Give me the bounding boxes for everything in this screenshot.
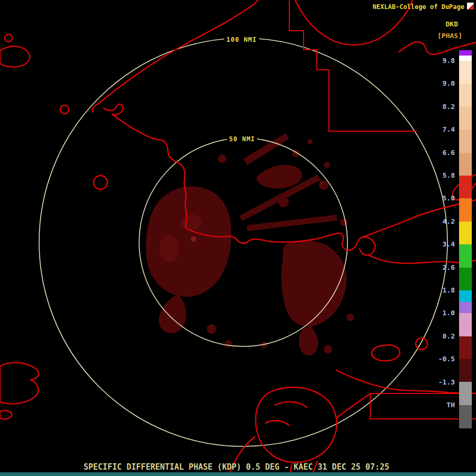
echo-blob: [299, 326, 318, 355]
island-outline: [0, 363, 39, 404]
echo-patch: [181, 214, 202, 230]
cod-logo-icon: [467, 3, 474, 10]
colorbar-stop: [459, 61, 472, 84]
echo-blob: [146, 186, 232, 297]
island-outline: [0, 410, 12, 419]
lake-outline: [416, 338, 427, 350]
echo-blob: [281, 240, 347, 326]
echo-speck: [324, 345, 332, 353]
nexlab-title: NEXLAB-College of DuPage: [373, 3, 464, 11]
colorbar-stop: [459, 382, 472, 405]
echo-speck: [278, 197, 289, 207]
lake-outline: [5, 34, 12, 42]
colorbar-stop: [459, 405, 472, 428]
island-outline: [0, 46, 30, 67]
colorbar-stop: [459, 290, 472, 302]
coastline-path: [104, 104, 123, 115]
echo-speck: [225, 340, 232, 347]
island-outline: [372, 345, 400, 361]
range-ring-label-50nmi: 50 NMI: [227, 135, 257, 143]
coastline-path: [336, 370, 476, 393]
colorbar-stop: [459, 176, 472, 198]
radar-display: 100 NMI 50 NMI NEXLAB-College of DuPage …: [0, 0, 476, 476]
echo-speck: [307, 139, 313, 144]
colorbar-stop: [459, 84, 472, 106]
radar-map: [0, 0, 476, 476]
colorbar-stop: [459, 198, 472, 221]
echo-layer: [146, 133, 354, 355]
colorbar-stop: [459, 302, 472, 314]
product-caption: SPECIFIC DIFFERENTIAL PHASE (KDP) 0.5 DE…: [84, 462, 389, 472]
colorbar-stop: [459, 107, 472, 130]
echo-speck: [324, 162, 330, 168]
echo-speck: [319, 180, 328, 190]
colorbar-stop: [459, 56, 472, 61]
echo-patch: [257, 165, 302, 189]
product-code: DKD: [446, 20, 458, 28]
boundary-layer: [289, 0, 476, 419]
boundary-path: [289, 0, 417, 131]
colorbar-stop: [459, 222, 472, 244]
coastline-layer: [0, 0, 476, 476]
range-ring-100nmi: [39, 38, 447, 446]
colorbar-stop: [459, 244, 472, 267]
echo-streak: [246, 215, 337, 231]
echo-blob: [159, 296, 187, 333]
range-ring-label-100nmi: 100 NMI: [224, 35, 259, 44]
coastline-path: [98, 0, 258, 104]
colorbar-stop: [459, 268, 472, 290]
product-units: [PHAS]: [437, 32, 462, 40]
coastline-path: [93, 104, 98, 112]
echo-speck: [218, 154, 226, 163]
echo-speck: [346, 314, 354, 321]
delta-detail: [266, 402, 307, 425]
colorbar: [459, 50, 472, 428]
colorbar-stop: [459, 153, 472, 176]
echo-patch: [160, 235, 179, 262]
echo-hotspot: [191, 236, 196, 242]
colorbar-stop: [459, 313, 472, 336]
colorbar-stop: [459, 130, 472, 152]
colorbar-stop: [459, 359, 472, 382]
lake-outline: [94, 176, 107, 189]
lake-outline: [60, 105, 69, 114]
colorbar-stop: [459, 50, 472, 56]
delta-outline: [255, 387, 336, 462]
colorbar-stop: [459, 336, 472, 359]
echo-speck: [207, 324, 216, 334]
status-bar: [0, 472, 476, 476]
range-rings: [39, 38, 447, 446]
coastline-path: [335, 233, 375, 255]
